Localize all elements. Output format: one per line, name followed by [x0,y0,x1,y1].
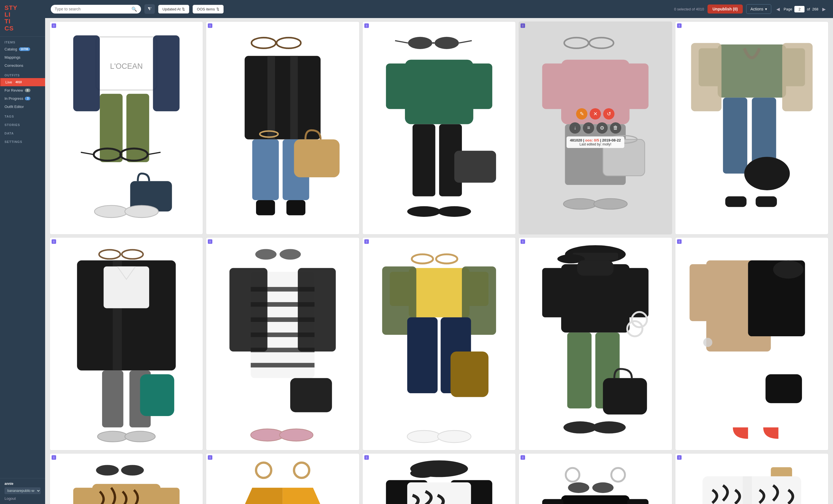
store-select[interactable]: bananarepublic-women [4,487,41,494]
svg-rect-80 [290,378,332,412]
stories-section-label: STORIES [0,119,45,128]
sidebar-item-mappings[interactable]: Mappings [0,53,45,62]
sidebar-item-live[interactable]: Live 4010 [0,78,45,86]
catalog-badge: 10706 [19,47,30,51]
sidebar-item-outfit-editor[interactable]: Outfit Editor [0,103,45,111]
oos-sort-icon: ⇅ [216,7,219,11]
download-button[interactable]: ↓ [569,122,580,134]
svg-rect-102 [567,333,592,408]
sort-icon: ⇅ [182,7,185,11]
outfit-card[interactable] [675,237,829,451]
svg-line-9 [81,152,94,154]
next-page-button[interactable]: ▶ [820,6,827,13]
svg-point-68 [125,431,156,442]
svg-rect-77 [251,363,314,367]
items-section-label: ITEMS [0,37,45,45]
svg-text:L'OCEAN: L'OCEAN [110,62,143,70]
outfit-card[interactable] [362,21,516,235]
outfit-card[interactable]: L'OCEAN [50,21,203,235]
svg-rect-17 [245,56,320,139]
trash-button[interactable]: 🗑 [610,122,621,134]
outfit-card[interactable] [519,237,672,451]
sidebar-item-corrections[interactable]: Corrections [0,62,45,70]
svg-point-14 [252,38,276,48]
card-multi-icon [364,455,369,460]
page-label: Page [784,7,792,11]
svg-point-142 [568,483,589,493]
svg-rect-58 [756,196,777,207]
outfit-card[interactable] [206,237,359,451]
unpublish-button[interactable]: Unpublish (0) [708,4,743,14]
card-multi-icon [208,455,212,460]
svg-point-27 [434,37,459,49]
page-number-input[interactable] [794,6,805,13]
outfit-card[interactable] [675,21,829,235]
sidebar-item-for-review[interactable]: For Review 0 [0,86,45,94]
sidebar-bottom: annie bananarepublic-women Logout [0,478,45,504]
svg-rect-78 [230,268,268,352]
svg-point-94 [438,430,471,442]
svg-rect-24 [256,200,275,215]
svg-rect-99 [542,268,564,317]
filter-button[interactable]: ⧨ [144,4,155,14]
list-button[interactable]: ≡ [583,122,594,134]
settings-button[interactable]: ⚙ [596,122,608,134]
svg-point-112 [773,261,803,279]
svg-rect-57 [725,196,746,207]
svg-rect-90 [407,317,438,393]
last-edited: Last edited by: molly! [570,142,621,146]
pagination: ◀ Page of 268 ▶ [775,6,827,13]
oos-items-label: OOS items [197,7,215,11]
oos-text: oos: 0/5 [585,138,599,142]
oos-items-sort-button[interactable]: OOS items ⇅ [193,5,223,14]
swap-button[interactable]: ↺ [603,108,615,120]
remove-button[interactable]: ✕ [590,108,601,120]
sidebar: STYLITICS ITEMS Catalog 10706 Mappings C… [0,0,45,504]
outfit-card[interactable] [675,453,829,504]
outfit-card[interactable] [362,453,516,504]
outfit-card[interactable] [206,453,359,504]
outfit-card-overlay[interactable]: ✎ ✕ ↺ ↓ ≡ ⚙ 🗑 481020 | oos: 0/5 | 2019-0… [519,21,672,235]
svg-point-69 [256,249,277,260]
svg-rect-79 [298,268,336,352]
prev-page-button[interactable]: ◀ [775,6,781,13]
svg-point-143 [592,483,614,493]
mappings-label: Mappings [4,55,20,59]
actions-button[interactable]: Actions ▾ [746,4,771,14]
outfit-card[interactable] [519,453,672,504]
edit-button[interactable]: ✎ [576,108,587,120]
svg-rect-62 [102,370,123,427]
svg-point-81 [251,429,284,441]
settings-section-label: SETTINGS [0,136,45,145]
svg-point-82 [280,429,313,441]
logout-button[interactable]: Logout [4,496,41,501]
svg-point-37 [407,206,441,217]
catalog-label: Catalog [4,47,17,51]
svg-point-15 [277,38,301,48]
card-multi-icon [52,239,56,244]
svg-line-10 [148,152,161,154]
sidebar-item-catalog[interactable]: Catalog 10706 [0,45,45,53]
card-multi-icon [521,455,525,460]
data-section-label: DATA [0,128,45,136]
outfit-card[interactable] [362,237,516,451]
username: annie [4,482,41,486]
svg-point-88 [412,254,433,263]
svg-rect-49 [718,45,786,98]
sidebar-item-in-progress[interactable]: In Progress 3 [0,94,45,103]
card-multi-icon [521,239,525,244]
outfit-card[interactable] [50,237,203,451]
updated-at-sort-button[interactable]: Updated At ⇅ [158,5,189,14]
outfit-grid: L'OCEAN [50,21,829,504]
outfit-id: 481020 | oos: 0/5 | 2019-08-22 [570,138,621,142]
outfit-card[interactable] [50,453,203,504]
search-bar: 🔍 [51,5,141,14]
outfit-card[interactable] [206,21,359,235]
svg-rect-66 [140,374,174,416]
svg-rect-83 [409,268,469,317]
svg-point-107 [564,422,597,434]
search-input[interactable] [55,7,129,11]
svg-rect-34 [412,124,435,196]
svg-rect-32 [386,64,409,109]
svg-rect-106 [603,378,647,414]
